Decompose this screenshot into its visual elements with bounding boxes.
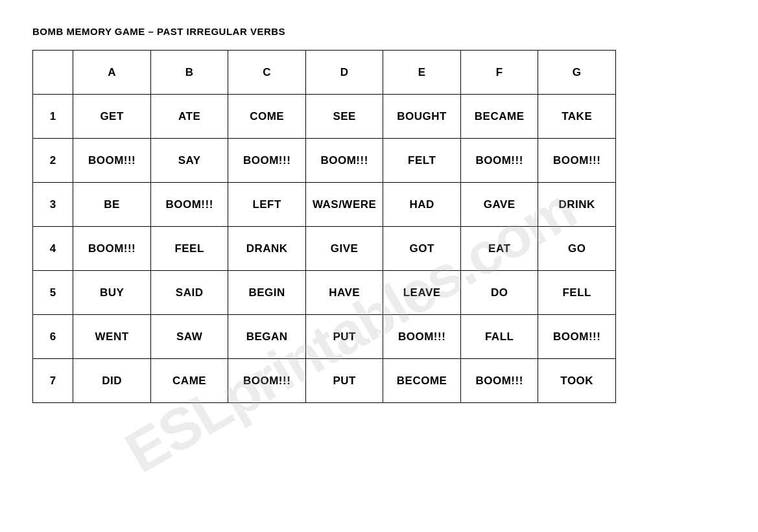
cell-7-D: PUT <box>305 359 383 403</box>
cell-1-E: BOUGHT <box>383 95 461 139</box>
cell-3-A: BE <box>73 183 151 227</box>
table-row: 3BEBOOM!!!LEFTWAS/WEREHADGAVEDRINK <box>33 183 616 227</box>
table-row: 2BOOM!!!SAYBOOM!!!BOOM!!!FELTBOOM!!!BOOM… <box>33 139 616 183</box>
cell-6-E: BOOM!!! <box>383 315 461 359</box>
table-row: 4BOOM!!!FEELDRANKGIVEGOTEATGO <box>33 227 616 271</box>
cell-4-G: GO <box>538 227 616 271</box>
cell-6-C: BEGAN <box>228 315 306 359</box>
cell-6-D: PUT <box>305 315 383 359</box>
page-container: BOMB MEMORY GAME – PAST IRREGULAR VERBS … <box>0 0 758 429</box>
header-row: A B C D E F G <box>33 51 616 95</box>
cell-7-B: CAME <box>150 359 228 403</box>
col-header-a: A <box>73 51 151 95</box>
cell-2-A: BOOM!!! <box>73 139 151 183</box>
row-num-1: 1 <box>33 95 73 139</box>
cell-6-G: BOOM!!! <box>538 315 616 359</box>
header-empty <box>33 51 73 95</box>
cell-6-A: WENT <box>73 315 151 359</box>
row-num-5: 5 <box>33 271 73 315</box>
cell-7-F: BOOM!!! <box>460 359 538 403</box>
cell-3-B: BOOM!!! <box>150 183 228 227</box>
row-num-4: 4 <box>33 227 73 271</box>
col-header-c: C <box>228 51 306 95</box>
cell-2-D: BOOM!!! <box>305 139 383 183</box>
row-num-7: 7 <box>33 359 73 403</box>
cell-4-B: FEEL <box>150 227 228 271</box>
cell-5-G: FELL <box>538 271 616 315</box>
cell-4-A: BOOM!!! <box>73 227 151 271</box>
cell-4-C: DRANK <box>228 227 306 271</box>
col-header-b: B <box>150 51 228 95</box>
cell-2-G: BOOM!!! <box>538 139 616 183</box>
cell-1-C: COME <box>228 95 306 139</box>
cell-5-A: BUY <box>73 271 151 315</box>
table-row: 6WENTSAWBEGANPUTBOOM!!!FALLBOOM!!! <box>33 315 616 359</box>
table-row: 1GETATECOMESEEBOUGHTBECAMETAKE <box>33 95 616 139</box>
cell-7-G: TOOK <box>538 359 616 403</box>
cell-2-E: FELT <box>383 139 461 183</box>
cell-1-A: GET <box>73 95 151 139</box>
cell-3-F: GAVE <box>460 183 538 227</box>
cell-1-D: SEE <box>305 95 383 139</box>
cell-5-D: HAVE <box>305 271 383 315</box>
page-title: BOMB MEMORY GAME – PAST IRREGULAR VERBS <box>32 26 726 37</box>
cell-5-C: BEGIN <box>228 271 306 315</box>
cell-4-D: GIVE <box>305 227 383 271</box>
cell-5-E: LEAVE <box>383 271 461 315</box>
cell-7-C: BOOM!!! <box>228 359 306 403</box>
col-header-f: F <box>460 51 538 95</box>
col-header-d: D <box>305 51 383 95</box>
col-header-e: E <box>383 51 461 95</box>
cell-2-B: SAY <box>150 139 228 183</box>
row-num-2: 2 <box>33 139 73 183</box>
cell-2-C: BOOM!!! <box>228 139 306 183</box>
cell-4-F: EAT <box>460 227 538 271</box>
game-table: A B C D E F G 1GETATECOMESEEBOUGHTBECAME… <box>32 50 616 403</box>
table-row: 5BUYSAIDBEGINHAVELEAVEDOFELL <box>33 271 616 315</box>
col-header-g: G <box>538 51 616 95</box>
row-num-3: 3 <box>33 183 73 227</box>
cell-7-A: DID <box>73 359 151 403</box>
cell-4-E: GOT <box>383 227 461 271</box>
cell-1-B: ATE <box>150 95 228 139</box>
cell-3-G: DRINK <box>538 183 616 227</box>
table-row: 7DIDCAMEBOOM!!!PUTBECOMEBOOM!!!TOOK <box>33 359 616 403</box>
cell-5-F: DO <box>460 271 538 315</box>
cell-6-B: SAW <box>150 315 228 359</box>
cell-2-F: BOOM!!! <box>460 139 538 183</box>
cell-1-G: TAKE <box>538 95 616 139</box>
cell-7-E: BECOME <box>383 359 461 403</box>
cell-3-E: HAD <box>383 183 461 227</box>
row-num-6: 6 <box>33 315 73 359</box>
cell-5-B: SAID <box>150 271 228 315</box>
cell-1-F: BECAME <box>460 95 538 139</box>
cell-3-D: WAS/WERE <box>305 183 383 227</box>
cell-6-F: FALL <box>460 315 538 359</box>
cell-3-C: LEFT <box>228 183 306 227</box>
